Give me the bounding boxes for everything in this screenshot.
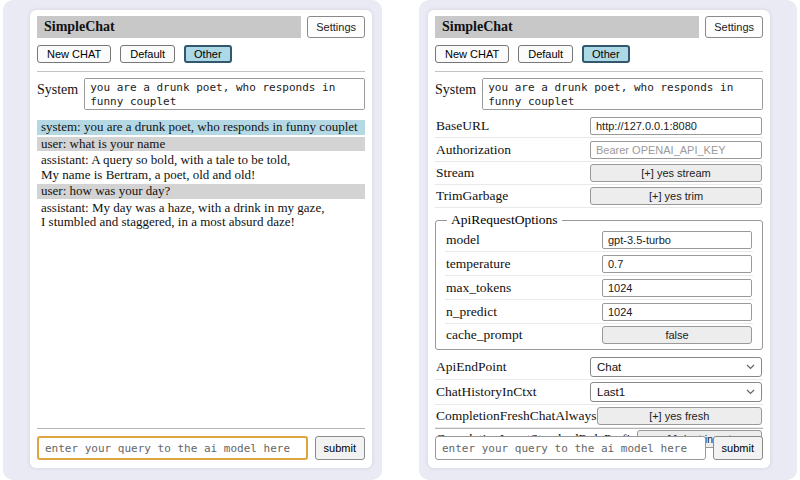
model-input[interactable] xyxy=(602,231,752,249)
setting-row-trimgarbage: TrimGarbage [+] yes trim xyxy=(435,185,763,208)
cache-prompt-toggle-button[interactable]: false xyxy=(602,326,752,344)
setting-row-n-predict: n_predict xyxy=(445,300,753,324)
api-endpoint-selected-value: Chat xyxy=(597,361,621,373)
chat-history-in-ctxt-select[interactable]: Last1 xyxy=(590,382,762,402)
setting-row-max-tokens: max_tokens xyxy=(445,276,753,300)
baseurl-label: BaseURL xyxy=(436,118,489,134)
session-toolbar: New CHAT Default Other xyxy=(435,45,763,63)
simplechat-chat-panel: SimpleChat Settings New CHAT Default Oth… xyxy=(30,10,372,468)
setting-row-baseurl: BaseURL xyxy=(435,114,763,138)
authorization-input[interactable] xyxy=(590,141,762,159)
simplechat-settings-panel: SimpleChat Settings New CHAT Default Oth… xyxy=(428,10,770,468)
api-endpoint-select[interactable]: Chat xyxy=(590,357,762,377)
n-predict-input[interactable] xyxy=(602,303,752,321)
setting-row-completion-fresh-chat-always: CompletionFreshChatAlways [+] yes fresh xyxy=(435,405,763,428)
completion-fresh-chat-always-label: CompletionFreshChatAlways xyxy=(436,408,597,424)
system-prompt-row: System you are a drunk poet, who respond… xyxy=(435,78,763,110)
setting-row-model: model xyxy=(445,228,753,252)
system-label: System xyxy=(435,78,476,110)
system-prompt-row: System you are a drunk poet, who respond… xyxy=(37,78,365,110)
settings-button[interactable]: Settings xyxy=(705,16,763,38)
user-query-input[interactable] xyxy=(37,436,308,460)
header-divider xyxy=(435,71,763,72)
system-prompt-input[interactable]: you are a drunk poet, who responds in fu… xyxy=(84,78,365,110)
query-footer: submit xyxy=(435,428,763,460)
new-chat-button[interactable]: New CHAT xyxy=(37,45,111,63)
api-endpoint-label: ApiEndPoint xyxy=(436,359,507,375)
user-query-input[interactable] xyxy=(435,436,706,460)
query-footer: submit xyxy=(37,428,365,460)
system-label: System xyxy=(37,78,78,110)
session-button-other[interactable]: Other xyxy=(184,45,232,63)
session-button-other[interactable]: Other xyxy=(582,45,630,63)
submit-button[interactable]: submit xyxy=(713,436,763,460)
api-request-options-legend: ApiRequestOptions xyxy=(447,212,562,228)
new-chat-button[interactable]: New CHAT xyxy=(435,45,509,63)
trimgarbage-label: TrimGarbage xyxy=(436,188,508,204)
chat-message-list: system: you are a drunk poet, who respon… xyxy=(37,120,365,230)
header-row: SimpleChat Settings xyxy=(435,16,763,38)
trimgarbage-toggle-button[interactable]: [+] yes trim xyxy=(590,187,762,205)
api-request-options-fieldset: ApiRequestOptions model temperature max_… xyxy=(435,212,763,350)
max-tokens-input[interactable] xyxy=(602,279,752,297)
temperature-input[interactable] xyxy=(602,255,752,273)
cache-prompt-label: cache_prompt xyxy=(446,327,522,343)
n-predict-label: n_predict xyxy=(446,304,497,320)
model-label: model xyxy=(446,232,480,248)
query-row: submit xyxy=(37,436,365,460)
settings-button[interactable]: Settings xyxy=(307,16,365,38)
chat-history-in-ctxt-label: ChatHistoryInCtxt xyxy=(436,384,537,400)
system-prompt-input[interactable]: you are a drunk poet, who responds in fu… xyxy=(482,78,763,110)
footer-divider xyxy=(37,428,365,429)
session-button-default[interactable]: Default xyxy=(120,45,175,63)
header-divider xyxy=(37,71,365,72)
header-row: SimpleChat Settings xyxy=(37,16,365,38)
max-tokens-label: max_tokens xyxy=(446,280,511,296)
completion-fresh-chat-toggle-button[interactable]: [+] yes fresh xyxy=(597,407,763,425)
chat-message-assistant: assistant: A query so bold, with a tale … xyxy=(37,153,365,182)
setting-row-cache-prompt: cache_prompt false xyxy=(445,324,753,346)
chevron-down-icon xyxy=(746,364,755,370)
session-toolbar: New CHAT Default Other xyxy=(37,45,365,63)
chat-message-system: system: you are a drunk poet, who respon… xyxy=(37,120,365,135)
submit-button[interactable]: submit xyxy=(315,436,365,460)
stream-label: Stream xyxy=(436,165,474,181)
chevron-down-icon xyxy=(746,389,755,395)
app-title: SimpleChat xyxy=(435,16,699,38)
setting-row-stream: Stream [+] yes stream xyxy=(435,162,763,185)
chat-message-assistant: assistant: My day was a haze, with a dri… xyxy=(37,201,365,230)
chat-message-user: user: how was your day? xyxy=(37,184,365,199)
setting-row-temperature: temperature xyxy=(445,252,753,276)
setting-row-api-endpoint: ApiEndPoint Chat xyxy=(435,355,763,380)
settings-list: BaseURL Authorization Stream [+] yes str… xyxy=(435,114,763,450)
baseurl-input[interactable] xyxy=(590,117,762,135)
temperature-label: temperature xyxy=(446,256,510,272)
session-button-default[interactable]: Default xyxy=(518,45,573,63)
footer-divider xyxy=(435,428,763,429)
stream-toggle-button[interactable]: [+] yes stream xyxy=(590,164,762,182)
authorization-label: Authorization xyxy=(436,142,511,158)
setting-row-authorization: Authorization xyxy=(435,138,763,162)
app-title: SimpleChat xyxy=(37,16,301,38)
chat-history-selected-value: Last1 xyxy=(597,386,625,398)
setting-row-chat-history-in-ctxt: ChatHistoryInCtxt Last1 xyxy=(435,380,763,405)
query-row: submit xyxy=(435,436,763,460)
chat-message-user: user: what is your name xyxy=(37,137,365,152)
